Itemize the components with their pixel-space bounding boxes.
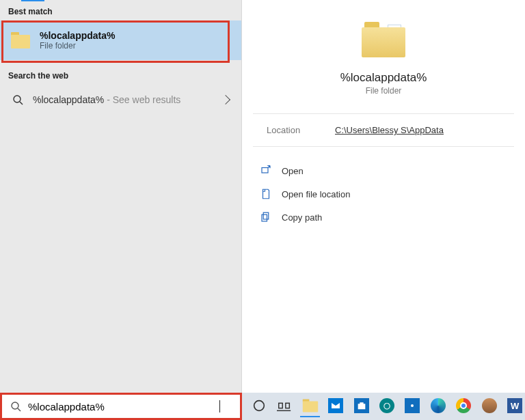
dell-taskbar-button[interactable]: ◯ bbox=[377, 395, 396, 417]
folder-icon-large bbox=[362, 22, 405, 57]
svg-point-11 bbox=[411, 404, 414, 407]
file-explorer-taskbar-button[interactable] bbox=[300, 395, 320, 417]
search-icon bbox=[10, 401, 21, 412]
svg-rect-3 bbox=[263, 212, 269, 219]
folder-icon bbox=[11, 32, 30, 48]
chrome-taskbar-button[interactable] bbox=[454, 395, 474, 417]
location-row: Location C:\Users\Blessy S\AppData bbox=[253, 114, 514, 147]
svg-rect-2 bbox=[262, 168, 268, 173]
open-location-icon bbox=[260, 188, 272, 200]
best-match-label: Best match bbox=[0, 0, 241, 20]
web-result-query: %localappdata% bbox=[33, 94, 104, 105]
copy-path-label: Copy path bbox=[282, 212, 322, 223]
word-taskbar-button[interactable]: W bbox=[505, 395, 525, 417]
settings-taskbar-button[interactable] bbox=[403, 395, 422, 417]
open-action[interactable]: Open bbox=[260, 159, 507, 182]
copy-icon bbox=[260, 211, 272, 223]
edge-taskbar-button[interactable] bbox=[428, 395, 448, 417]
open-icon bbox=[260, 165, 272, 177]
store-taskbar-button[interactable] bbox=[351, 395, 371, 417]
svg-rect-8 bbox=[279, 403, 283, 408]
svg-rect-9 bbox=[286, 403, 290, 408]
location-label: Location bbox=[267, 125, 335, 135]
web-result-suffix: - See web results bbox=[104, 94, 180, 105]
best-match-title: %localappdata% bbox=[40, 30, 115, 42]
copy-path-action[interactable]: Copy path bbox=[260, 206, 507, 229]
details-title: %localappdata% bbox=[340, 71, 427, 85]
search-input[interactable] bbox=[28, 401, 219, 412]
svg-point-7 bbox=[254, 401, 264, 411]
open-label: Open bbox=[282, 166, 304, 176]
location-path-link[interactable]: C:\Users\Blessy S\AppData bbox=[335, 125, 444, 135]
svg-rect-4 bbox=[262, 214, 267, 221]
svg-line-1 bbox=[20, 102, 23, 104]
web-result-row[interactable]: %localappdata% - See web results bbox=[0, 85, 241, 115]
search-input-container[interactable] bbox=[0, 393, 242, 420]
details-panel: %localappdata% File folder Location C:\U… bbox=[242, 0, 525, 393]
open-location-label: Open file location bbox=[282, 189, 350, 199]
svg-point-5 bbox=[12, 402, 18, 409]
svg-line-6 bbox=[18, 408, 21, 411]
user-avatar-taskbar[interactable] bbox=[479, 395, 499, 417]
actions-list: Open Open file location Copy path bbox=[242, 147, 525, 241]
search-icon bbox=[12, 94, 23, 105]
open-file-location-action[interactable]: Open file location bbox=[260, 182, 507, 206]
cortana-button[interactable] bbox=[249, 395, 269, 417]
accent-bar bbox=[21, 0, 44, 1]
taskbar: ◯ W bbox=[242, 393, 525, 420]
task-view-button[interactable] bbox=[274, 395, 294, 417]
details-subtitle: File folder bbox=[366, 86, 402, 96]
chevron-right-icon bbox=[221, 95, 230, 104]
text-caret bbox=[219, 400, 220, 412]
search-web-label: Search the web bbox=[0, 60, 241, 85]
best-match-subtitle: File folder bbox=[40, 41, 115, 51]
mail-taskbar-button[interactable] bbox=[325, 395, 345, 417]
svg-point-0 bbox=[14, 96, 21, 102]
search-results-panel: Best match %localappdata% File folder Se… bbox=[0, 0, 242, 393]
web-result-text: %localappdata% - See web results bbox=[33, 94, 222, 105]
best-match-result[interactable]: %localappdata% File folder bbox=[0, 20, 241, 60]
best-match-text: %localappdata% File folder bbox=[40, 30, 115, 51]
